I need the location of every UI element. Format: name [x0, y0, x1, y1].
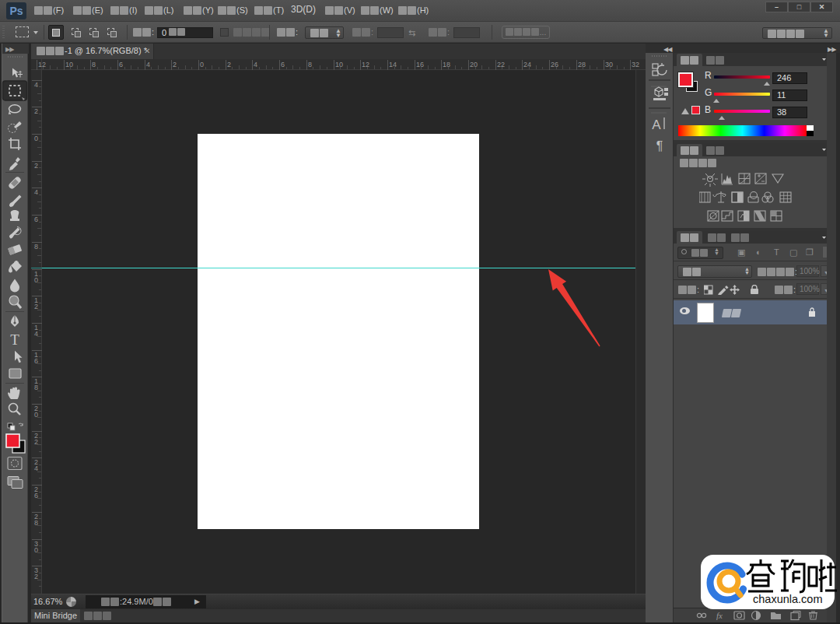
svg-text:A: A — [652, 117, 661, 132]
svg-text:¶: ¶ — [656, 139, 663, 152]
svg-text:chaxunla.com: chaxunla.com — [753, 593, 822, 605]
svg-text:T: T — [10, 331, 19, 348]
